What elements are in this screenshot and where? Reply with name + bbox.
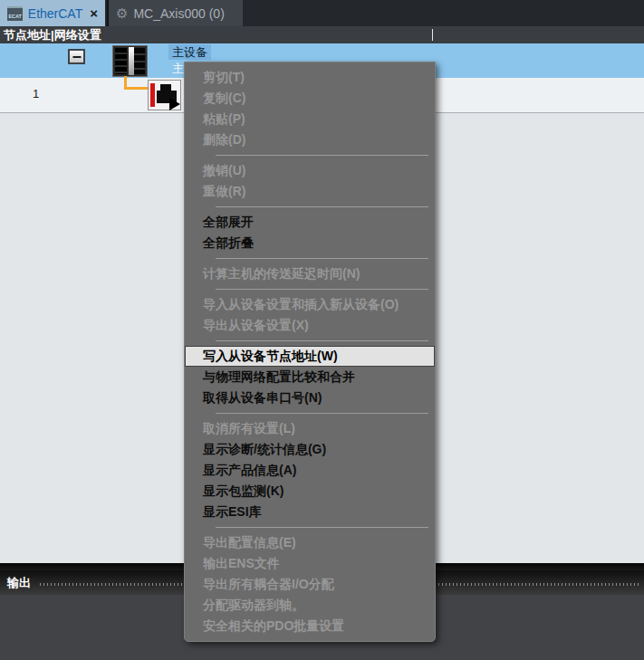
context-menu-item: 输出ENS文件: [185, 553, 435, 574]
menu-separator: [216, 289, 428, 290]
master-device-icon[interactable]: [112, 45, 148, 77]
context-menu-item[interactable]: 全部展开: [185, 212, 435, 233]
column-header-label: 节点地址|网络设置: [4, 27, 101, 43]
tab-mc-axis000[interactable]: ⚙ MC_Axis000 (0): [107, 0, 243, 26]
context-menu-item[interactable]: 写入从设备节点地址(W): [185, 346, 435, 367]
context-menu-item: 取消所有设置(L): [185, 418, 435, 439]
slave-node-address: 1: [33, 87, 39, 100]
menu-separator: [216, 206, 428, 207]
menu-separator: [216, 413, 428, 414]
ethercat-editor-window: ECAT EtherCAT × ⚙ MC_Axis000 (0) 节点地址|网络…: [0, 0, 644, 660]
tab-ethercat[interactable]: ECAT EtherCAT ×: [0, 0, 105, 26]
column-header-bar: 节点地址|网络设置: [0, 26, 644, 43]
context-menu-item[interactable]: 显示ESI库: [185, 502, 435, 522]
collapse-minus-button[interactable]: [68, 49, 85, 64]
context-menu-item: 安全相关的PDO批量设置: [185, 616, 435, 636]
menu-separator: [216, 258, 428, 259]
context-menu-item[interactable]: 与物理网络配置比较和合并: [185, 367, 435, 387]
context-menu-item: 复制(C): [185, 88, 435, 109]
master-icon-left-module: [115, 48, 127, 74]
context-arrow-icon: [169, 98, 180, 110]
context-menu-item[interactable]: 显示包监测(K): [185, 481, 435, 502]
context-menu-item: 剪切(T): [185, 67, 435, 88]
master-device-label[interactable]: 主设备: [168, 44, 211, 60]
context-menu-item: 导入从设备设置和插入新从设备(O): [185, 294, 435, 315]
tab-ethercat-label: EtherCAT: [28, 6, 82, 21]
context-menu-item[interactable]: 取得从设备串口号(N): [185, 387, 435, 408]
context-menu-item: 计算主机的传送延迟时间(N): [185, 263, 435, 284]
context-menu-item: 分配驱动器到轴。: [185, 595, 435, 616]
menu-separator: [216, 340, 428, 341]
master-icon-right-module: [134, 48, 145, 74]
menu-separator: [216, 155, 428, 156]
context-menu-item[interactable]: 全部折叠: [185, 233, 435, 253]
context-menu-item: 重做(R): [185, 181, 435, 202]
context-menu: 剪切(T)复制(C)粘贴(P)删除(D)撤销(U)重做(R)全部展开全部折叠计算…: [184, 62, 436, 642]
tab-bar: ECAT EtherCAT × ⚙ MC_Axis000 (0): [0, 0, 644, 26]
slave-icon-red-bar: [150, 83, 155, 107]
connector-line-horizontal: [124, 87, 149, 90]
gear-icon: ⚙: [116, 6, 128, 20]
context-menu-item: 导出所有耦合器I/O分配: [185, 574, 435, 595]
column-splitter[interactable]: [432, 29, 433, 41]
slave-icon-top-block: [160, 84, 171, 91]
ethercat-icon: ECAT: [7, 6, 23, 21]
context-menu-item: 导出从设备设置(X): [185, 315, 435, 336]
context-menu-item: 导出配置信息(E): [185, 532, 435, 553]
context-menu-item: 粘贴(P): [185, 109, 435, 129]
close-tab-icon[interactable]: ×: [90, 5, 98, 21]
output-panel-title: 输出: [7, 575, 31, 591]
context-menu-item[interactable]: 显示诊断/统计信息(G): [185, 439, 435, 460]
context-menu-item: 撤销(U): [185, 160, 435, 181]
menu-separator: [216, 527, 428, 528]
context-menu-item[interactable]: 显示产品信息(A): [185, 460, 435, 481]
context-menu-item: 删除(D): [185, 129, 435, 150]
tab-mc-axis000-label: MC_Axis000 (0): [133, 6, 224, 21]
